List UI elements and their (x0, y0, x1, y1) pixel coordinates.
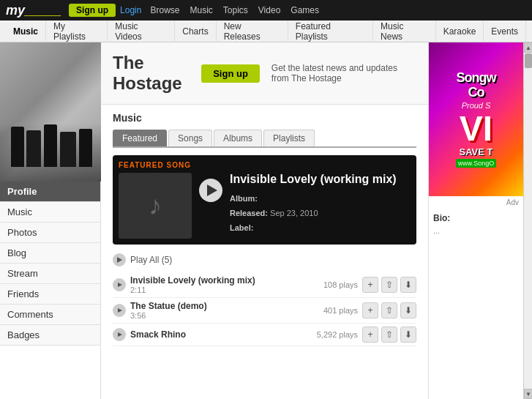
scroll-down-button[interactable]: ▼ (524, 389, 532, 399)
play-all-label: Play All (5) (130, 255, 172, 265)
nav-music[interactable]: Music (190, 5, 212, 15)
song-add-button-2[interactable]: + (362, 327, 378, 343)
sidebar-item-friends[interactable]: Friends (0, 284, 100, 305)
second-nav: Music My Playlists Music Videos Charts N… (0, 20, 532, 42)
song-share-button-1[interactable]: ⇧ (381, 302, 397, 318)
featured-meta: Album: Released: Sep 23, 2010 Label: (230, 192, 411, 235)
song-row: Invisible Lovely (working mix) 2:11 108 … (113, 272, 416, 298)
bio-label: Bio: (433, 213, 519, 223)
play-all-icon (117, 257, 122, 263)
song-add-button-0[interactable]: + (362, 277, 378, 293)
nav-video[interactable]: Video (258, 5, 280, 15)
ad-banner: Songw Co Proud S VI SAVE T www.SongO (429, 42, 523, 196)
song-share-button-2[interactable]: ⇧ (381, 327, 397, 343)
section-title: Music (113, 112, 416, 124)
song-play-icon-1 (118, 308, 122, 313)
nav-games[interactable]: Games (291, 5, 319, 15)
song-actions-0: + ⇧ ⬇ (362, 277, 416, 293)
scroll-thumb[interactable] (525, 53, 532, 68)
song-download-button-2[interactable]: ⬇ (400, 327, 416, 343)
song-actions-1: + ⇧ ⬇ (362, 302, 416, 318)
artist-description: Get the latest news and updates from The… (271, 63, 416, 83)
play-all-button[interactable] (113, 253, 126, 266)
song-play-button-0[interactable] (113, 278, 126, 291)
second-nav-charts[interactable]: Charts (175, 20, 216, 42)
song-share-button-0[interactable]: ⇧ (381, 277, 397, 293)
album-label: Album: (230, 194, 258, 203)
song-title-0: Invisible Lovely (working mix) (130, 275, 319, 286)
music-tabs: Featured Songs Albums Playlists (113, 130, 416, 148)
sidebar-item-stream[interactable]: Stream (0, 264, 100, 284)
play-triangle-icon (207, 184, 217, 196)
song-download-button-1[interactable]: ⬇ (400, 302, 416, 318)
second-nav-playlists[interactable]: My Playlists (46, 20, 108, 42)
right-panel: Songw Co Proud S VI SAVE T www.SongO Adv… (428, 42, 523, 399)
nav-browse[interactable]: Browse (150, 5, 179, 15)
bio-section: Bio: ... (429, 209, 523, 239)
second-nav-events[interactable]: Events (484, 20, 526, 42)
bio-text: ... (433, 226, 519, 235)
sidebar-item-music[interactable]: Music (0, 202, 100, 223)
top-nav: my_____ Sign up Login Browse Music Topic… (0, 0, 532, 20)
main-content: The Hostage Sign up Get the latest news … (101, 42, 428, 399)
song-play-icon-0 (118, 283, 122, 287)
featured-info: Invisible Lovely (working mix) Album: Re… (230, 161, 411, 235)
top-login-button[interactable]: Login (120, 5, 141, 15)
song-info-0: Invisible Lovely (working mix) 2:11 (130, 275, 319, 294)
song-info-1: The Statue (demo) 3:56 (130, 301, 319, 320)
second-nav-releases[interactable]: New Releases (217, 20, 288, 42)
released-value: Sep 23, 2010 (270, 209, 318, 217)
tab-playlists[interactable]: Playlists (263, 130, 315, 146)
sidebar-item-profile[interactable]: Profile (0, 182, 100, 202)
song-row-2: Smack Rhino 5,292 plays + ⇧ ⬇ (113, 324, 416, 346)
featured-label: FEATURED SONG (119, 161, 191, 169)
song-add-button-1[interactable]: + (362, 302, 378, 318)
ad-text1: Songw (457, 71, 496, 86)
top-signup-button[interactable]: Sign up (69, 4, 116, 17)
song-info-2: Smack Rhino (130, 329, 312, 340)
song-play-icon-2 (118, 332, 122, 337)
play-all-row[interactable]: Play All (5) (113, 252, 416, 268)
song-play-button-2[interactable] (113, 328, 126, 341)
featured-song-title: Invisible Lovely (working mix) (230, 173, 411, 186)
second-nav-news[interactable]: Music News (373, 20, 436, 42)
people-silhouettes (7, 123, 94, 167)
song-duration-1: 3:56 (130, 311, 319, 320)
second-nav-featured[interactable]: Featured Playlists (288, 20, 373, 42)
logo: my_____ (6, 3, 61, 18)
music-section: Music Featured Songs Albums Playlists FE… (101, 105, 428, 399)
song-title-1: The Statue (demo) (130, 301, 319, 311)
song-play-button-1[interactable] (113, 304, 126, 317)
scroll-up-button[interactable]: ▲ (524, 42, 532, 53)
tab-songs[interactable]: Songs (168, 130, 212, 146)
ad-url[interactable]: www.SongO (456, 159, 497, 168)
second-nav-karaoke[interactable]: Karaoke (436, 20, 484, 42)
music-note-icon: ♪ (149, 190, 162, 221)
song-download-button-0[interactable]: ⬇ (400, 277, 416, 293)
released-label: Released: (230, 209, 268, 217)
song-duration-0: 2:11 (130, 286, 319, 294)
artist-signup-button[interactable]: Sign up (201, 64, 260, 83)
song-title-2: Smack Rhino (130, 329, 312, 340)
top-nav-links: Browse Music Topics Video Games (150, 5, 319, 15)
ad-text2: Co (468, 86, 484, 100)
second-nav-videos[interactable]: Music Videos (108, 20, 175, 42)
vertical-scrollbar[interactable]: ▲ ▼ (523, 42, 532, 399)
artist-name: The Hostage (113, 53, 190, 94)
label-label: Label: (230, 223, 253, 232)
featured-play-button[interactable] (199, 179, 222, 202)
main-container: Profile Music Photos Blog Stream Friends… (0, 42, 532, 399)
artist-header: The Hostage Sign up Get the latest news … (101, 42, 428, 105)
sidebar-item-photos[interactable]: Photos (0, 223, 100, 243)
sidebar-item-badges[interactable]: Badges (0, 325, 100, 346)
sidebar-item-comments[interactable]: Comments (0, 305, 100, 325)
song-plays-0: 108 plays (323, 280, 358, 289)
second-nav-music[interactable]: Music (6, 20, 46, 42)
tab-featured[interactable]: Featured (113, 130, 167, 146)
nav-topics[interactable]: Topics (223, 5, 248, 15)
adv-label: Adv (429, 196, 523, 209)
sidebar-item-blog[interactable]: Blog (0, 243, 100, 264)
ad-v: VI (460, 111, 492, 146)
featured-thumbnail: ♪ (119, 173, 192, 239)
tab-albums[interactable]: Albums (214, 130, 262, 146)
